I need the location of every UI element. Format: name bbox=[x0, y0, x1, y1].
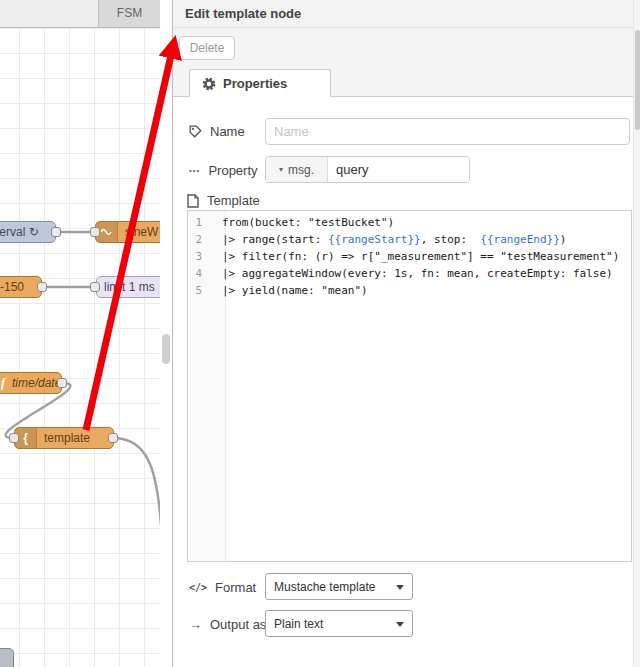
line-number: 4 bbox=[188, 265, 214, 282]
node-label: limit 1 ms bbox=[97, 280, 160, 294]
ellipsis-icon: ••• bbox=[189, 166, 200, 175]
name-input[interactable] bbox=[265, 118, 630, 145]
port-timedate-out[interactable] bbox=[57, 378, 67, 388]
code-line: 3|> filter(fn: (r) => r["_measurement"] … bbox=[188, 248, 631, 265]
panel-toolbar: Delete Properties bbox=[173, 28, 640, 97]
tab-properties[interactable]: Properties bbox=[189, 69, 331, 97]
node-label: sineW bbox=[118, 225, 160, 239]
node-sinewave[interactable]: sineW bbox=[95, 221, 160, 243]
code-text: |> yield(name: "mean") bbox=[222, 282, 368, 299]
code-line: 2|> range(start: {{rangeStart}}, stop: {… bbox=[188, 231, 631, 248]
panel-scrollbar-thumb[interactable] bbox=[635, 30, 640, 130]
workspace-tab-bar: FSM bbox=[0, 0, 160, 28]
gear-icon bbox=[202, 77, 216, 91]
port-sinewave-in[interactable] bbox=[90, 227, 100, 237]
tab-properties-label: Properties bbox=[223, 76, 287, 91]
caret-down-icon: ▾ bbox=[279, 165, 283, 174]
node-limit[interactable]: limit 1 ms bbox=[96, 276, 160, 298]
code-line: 4|> aggregateWindow(every: 1s, fn: mean,… bbox=[188, 265, 631, 282]
port-limit-in[interactable] bbox=[90, 282, 100, 292]
port-interval-out[interactable] bbox=[51, 227, 61, 237]
delete-button[interactable]: Delete bbox=[179, 36, 235, 60]
wires bbox=[0, 0, 160, 667]
template-label: Template bbox=[187, 193, 260, 208]
code-text: from(bucket: "testBucket") bbox=[222, 214, 394, 231]
line-number: 2 bbox=[188, 231, 214, 248]
line-number: 3 bbox=[188, 248, 214, 265]
format-select[interactable]: Mustache template bbox=[265, 573, 413, 600]
code-editor-lines: 1from(bucket: "testBucket")2|> range(sta… bbox=[188, 214, 631, 299]
arrow-right-icon: → bbox=[189, 617, 202, 632]
line-number: 5 bbox=[188, 282, 214, 299]
line-number: 1 bbox=[188, 214, 214, 231]
node-label: template bbox=[37, 431, 97, 445]
property-typed-input: ▾ msg. bbox=[265, 156, 470, 183]
property-input[interactable] bbox=[328, 157, 469, 182]
node-interval[interactable]: terval ↻ bbox=[0, 221, 56, 243]
code-icon: </> bbox=[189, 582, 207, 593]
workspace-tab-fsm[interactable]: FSM bbox=[98, 0, 160, 27]
port-template-in[interactable] bbox=[9, 433, 19, 443]
output-as-label: → Output as bbox=[189, 617, 266, 632]
tag-icon bbox=[189, 125, 202, 138]
edit-panel: Edit template node Delete Properties Nam… bbox=[172, 0, 640, 667]
name-label: Name bbox=[189, 124, 245, 139]
node-label: terval ↻ bbox=[0, 225, 46, 239]
port-template-out[interactable] bbox=[108, 433, 118, 443]
code-editor[interactable]: 1from(bucket: "testBucket")2|> range(sta… bbox=[187, 210, 632, 562]
function-icon: f bbox=[1, 376, 5, 391]
node-label: time/date bbox=[12, 376, 61, 390]
chevron-down-icon bbox=[396, 585, 404, 590]
canvas-scrollbar[interactable] bbox=[160, 0, 172, 667]
flow-canvas[interactable]: terval ↻ sineW s-150 limit 1 ms f time/d… bbox=[0, 0, 160, 667]
node-template[interactable]: { template bbox=[14, 427, 114, 449]
format-label: </> Format bbox=[189, 580, 256, 595]
code-text: |> filter(fn: (r) => r["_measurement"] =… bbox=[222, 248, 619, 265]
node-partial[interactable] bbox=[0, 648, 14, 667]
panel-scrollbar[interactable] bbox=[633, 0, 640, 667]
code-text: |> aggregateWindow(every: 1s, fn: mean, … bbox=[222, 265, 613, 282]
chevron-down-icon bbox=[396, 622, 404, 627]
panel-title: Edit template node bbox=[173, 0, 640, 28]
node-label: s-150 bbox=[0, 280, 31, 294]
code-line: 5|> yield(name: "mean") bbox=[188, 282, 631, 299]
format-select-value: Mustache template bbox=[274, 580, 375, 594]
msg-prefix-label: msg. bbox=[288, 163, 314, 177]
output-select-value: Plain text bbox=[274, 617, 323, 631]
canvas-scrollbar-thumb[interactable] bbox=[162, 334, 170, 364]
property-label: ••• Property bbox=[189, 163, 258, 178]
code-text: |> range(start: {{rangeStart}}, stop: {{… bbox=[222, 231, 566, 248]
code-line: 1from(bucket: "testBucket") bbox=[188, 214, 631, 231]
msg-type-button[interactable]: ▾ msg. bbox=[266, 157, 328, 182]
node-timedate[interactable]: f time/date bbox=[0, 372, 62, 394]
screen: terval ↻ sineW s-150 limit 1 ms f time/d… bbox=[0, 0, 640, 667]
output-as-select[interactable]: Plain text bbox=[265, 610, 413, 637]
port-ms150-out[interactable] bbox=[37, 282, 47, 292]
node-ms150[interactable]: s-150 bbox=[0, 276, 42, 298]
file-icon bbox=[187, 194, 199, 208]
